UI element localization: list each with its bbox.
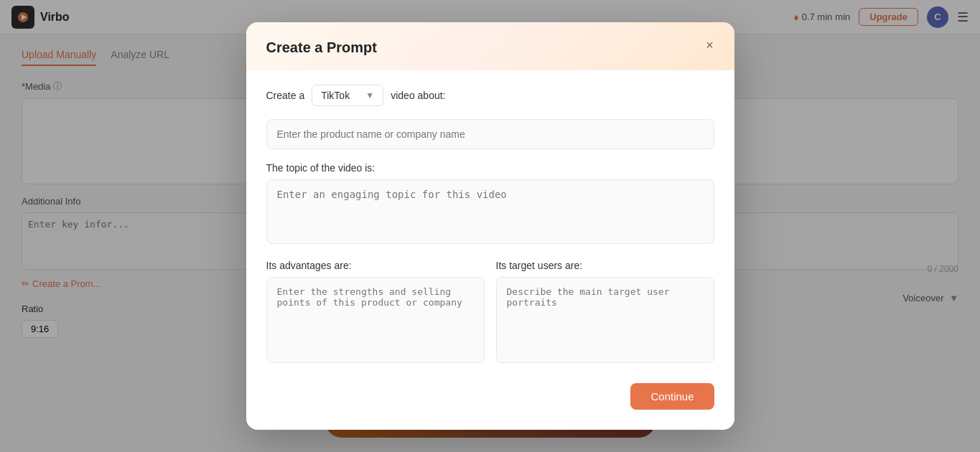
create-prefix-label: Create a: [266, 90, 305, 101]
platform-value: TikTok: [321, 90, 350, 101]
two-col-section: Its advantages are: Its target users are…: [266, 260, 714, 366]
advantages-textarea[interactable]: [266, 277, 485, 363]
target-users-label: Its target users are:: [496, 260, 714, 271]
platform-select[interactable]: TikTok ▼: [312, 85, 383, 106]
modal-title: Create a Prompt: [266, 39, 714, 56]
video-about-label: video about:: [391, 90, 445, 101]
modal-header: Create a Prompt ×: [246, 22, 734, 70]
product-name-input[interactable]: [266, 119, 714, 149]
continue-button[interactable]: Continue: [630, 383, 714, 410]
advantages-section: Its advantages are:: [266, 260, 485, 366]
advantages-label: Its advantages are:: [266, 260, 485, 271]
target-users-section: Its target users are:: [496, 260, 714, 366]
topic-section-label: The topic of the video is:: [266, 162, 714, 174]
create-prompt-modal: Create a Prompt × Create a TikTok ▼ vide…: [246, 22, 734, 430]
create-row: Create a TikTok ▼ video about:: [266, 85, 714, 106]
target-users-textarea[interactable]: [496, 277, 714, 363]
chevron-down-icon: ▼: [365, 90, 374, 100]
topic-textarea[interactable]: [266, 179, 714, 244]
modal-body: Create a TikTok ▼ video about: The topic…: [246, 70, 734, 430]
modal-close-button[interactable]: ×: [700, 35, 720, 55]
